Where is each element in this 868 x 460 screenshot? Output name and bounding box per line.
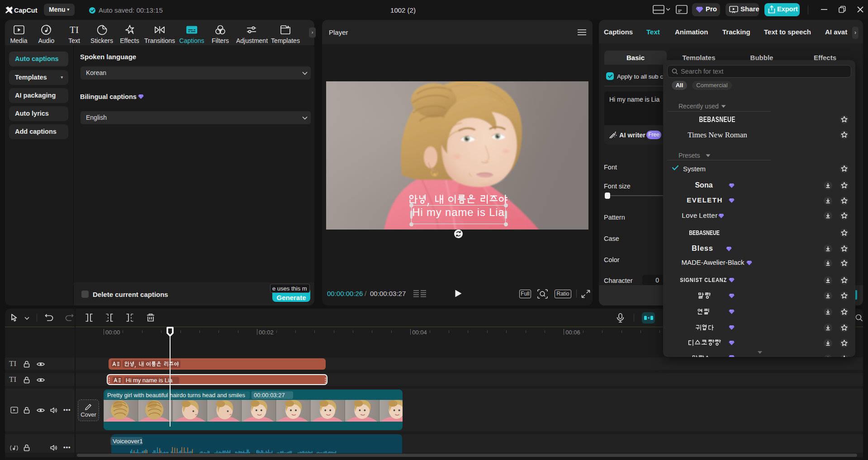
svg-text:CapCut: CapCut — [14, 7, 38, 14]
svg-text:TI: TI — [70, 24, 79, 35]
